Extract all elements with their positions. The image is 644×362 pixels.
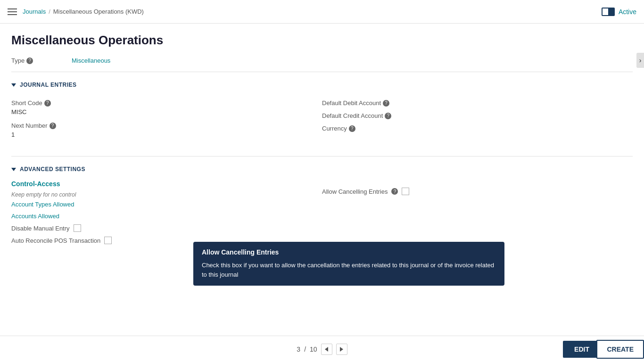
chevron-right-icon [340,347,343,352]
journal-entries-grid: Short Code ? MISC Next Number ? 1 Defaul… [11,96,633,148]
allow-cancelling-entries-checkbox[interactable] [402,188,409,195]
advanced-settings-chevron [11,168,16,171]
edit-button[interactable]: EDIT [563,341,601,358]
tooltip-body: Check this box if you want to allow the … [202,261,496,279]
breadcrumb-current: Miscellaneous Operations (KWD) [53,8,144,15]
short-code-field: Short Code ? MISC [11,99,322,116]
create-button[interactable]: CREATE [596,340,644,359]
journal-left-col: Short Code ? MISC Next Number ? 1 [11,96,322,148]
next-number-label: Next Number ? [11,122,322,129]
disable-manual-entry-label: Disable Manual Entry [11,225,70,232]
type-help-icon[interactable]: ? [26,58,33,64]
bottom-bar: 3 / 10 EDIT CREATE [0,336,644,362]
breadcrumb-journals-link[interactable]: Journals [23,8,46,15]
advanced-settings-grid: Control-Access Keep empty for no control… [11,180,633,249]
allow-cancelling-entries-row: Allow Cancelling Entries ? [322,188,633,195]
next-number-value: 1 [11,130,322,139]
default-debit-account-label: Default Debit Account ? [322,99,633,107]
account-types-allowed-label[interactable]: Account Types Allowed [11,201,74,208]
main-content: Miscellaneous Operations Type ? Miscella… [0,24,644,258]
auto-reconcile-label: Auto Reconcile POS Transaction [11,237,100,244]
journal-entries-title: JOURNAL ENTRIES [20,82,77,88]
pagination-current: 3 [297,346,300,353]
chevron-left-icon [325,347,328,352]
next-number-help-icon[interactable]: ? [50,123,56,129]
control-access-title: Control-Access [11,180,322,188]
allow-cancelling-help-icon[interactable]: ? [391,188,398,195]
account-types-allowed-row: Account Types Allowed [11,201,322,208]
default-debit-help-icon[interactable]: ? [383,100,389,107]
type-value[interactable]: Miscellaneous [72,57,110,64]
short-code-label: Short Code ? [11,99,322,107]
page-title: Miscellaneous Operations [11,33,633,48]
advanced-left-col: Control-Access Keep empty for no control… [11,180,322,249]
currency-help-icon[interactable]: ? [349,125,355,132]
default-debit-account-field: Default Debit Account ? [322,99,633,107]
top-bar: Journals / Miscellaneous Operations (KWD… [0,0,644,24]
advanced-right-col: Allow Cancelling Entries ? [322,180,633,249]
control-access-sublabel: Keep empty for no control [11,191,322,198]
currency-label: Currency ? [322,125,633,132]
toggle-icon [602,8,615,16]
active-toggle[interactable]: Active [602,8,636,16]
top-right-area: Active [602,8,636,16]
hamburger-menu[interactable] [8,8,17,15]
tooltip-title: Allow Cancelling Entries [202,248,496,256]
default-credit-help-icon[interactable]: ? [385,113,391,119]
auto-reconcile-checkbox[interactable] [104,237,112,244]
journal-right-col: Default Debit Account ? Default Credit A… [322,96,633,148]
currency-field: Currency ? [322,125,633,132]
advanced-settings-section-header[interactable]: ADVANCED SETTINGS [11,166,633,173]
type-field-row: Type ? Miscellaneous [11,57,633,64]
short-code-value: MISC [11,107,322,116]
active-label: Active [619,8,636,16]
next-number-field: Next Number ? 1 [11,122,322,139]
accounts-allowed-label[interactable]: Accounts Allowed [11,213,59,220]
pagination-separator: / [304,346,306,353]
advanced-settings-title: ADVANCED SETTINGS [20,166,85,173]
breadcrumb: Journals / Miscellaneous Operations (KWD… [23,8,144,15]
pagination-total: 10 [310,346,317,353]
tooltip-box: Allow Cancelling Entries Check this box … [193,242,504,286]
prev-page-button[interactable] [321,344,332,355]
disable-manual-entry-row: Disable Manual Entry [11,224,322,232]
disable-manual-entry-checkbox[interactable] [74,224,81,232]
journal-entries-chevron [11,83,16,87]
journal-entries-section-header[interactable]: JOURNAL ENTRIES [11,82,633,88]
short-code-help-icon[interactable]: ? [44,100,51,107]
default-credit-account-field: Default Credit Account ? [322,112,633,119]
next-page-button[interactable] [336,344,347,355]
default-credit-account-label: Default Credit Account ? [322,112,633,119]
pagination: 3 / 10 [297,344,347,355]
type-label: Type ? [11,57,68,64]
accounts-allowed-row: Accounts Allowed [11,213,322,220]
breadcrumb-separator: / [49,8,50,15]
allow-cancelling-entries-label: Allow Cancelling Entries [322,188,388,195]
